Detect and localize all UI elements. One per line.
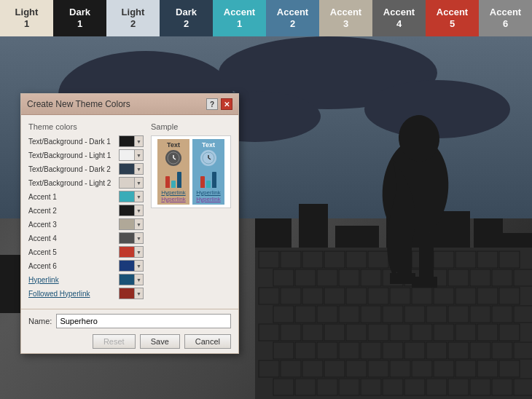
theme-colors-section: Theme colors Text/Background - Dark 1▼Te… <box>28 122 144 301</box>
followed-hyperlink-1[interactable]: Hyperlink <box>160 196 187 202</box>
swatch-label1: Dark <box>69 7 90 18</box>
hyperlink-2[interactable]: Hyperlink <box>195 189 222 196</box>
color-row-label-2: Text/Background - Dark 2 <box>28 165 116 173</box>
color-swatch-dark2[interactable]: Dark2 <box>160 0 213 36</box>
dropdown-arrow-7[interactable]: ▼ <box>134 233 143 243</box>
color-rows-container: Text/Background - Dark 1▼Text/Background… <box>28 135 144 299</box>
swatch-label1: Accent <box>383 7 415 18</box>
dropdown-arrow-8[interactable]: ▼ <box>134 247 143 257</box>
help-button[interactable]: ? <box>206 98 218 110</box>
color-row-0: Text/Background - Dark 1▼ <box>28 135 144 147</box>
cancel-button[interactable]: Cancel <box>184 334 231 349</box>
color-row-label-10: Hyperlink <box>28 276 116 284</box>
color-swatch-accent3[interactable]: Accent3 <box>319 0 372 36</box>
color-swatch-preview-0 <box>120 136 134 146</box>
color-swatch-accent2[interactable]: Accent2 <box>266 0 319 36</box>
swatch-label1: Accent <box>490 7 521 18</box>
color-picker-0[interactable]: ▼ <box>119 135 144 147</box>
sample-chart-1 <box>160 167 187 188</box>
color-swatch-accent6[interactable]: Accent6 <box>479 0 532 36</box>
swatch-label1: Light <box>15 7 39 18</box>
sample-cards: Text <box>154 139 227 205</box>
color-row-label-4: Accent 1 <box>28 193 116 201</box>
save-button[interactable]: Save <box>140 334 180 349</box>
swatch-label2: 5 <box>450 18 455 30</box>
button-row: Reset Save Cancel <box>28 334 231 349</box>
close-button[interactable]: ✕ <box>221 98 232 110</box>
dialog-footer: Name: Reset Save Cancel <box>21 309 238 353</box>
color-row-11: Followed Hyperlink▼ <box>28 288 144 299</box>
color-row-9: Accent 6▼ <box>28 260 144 272</box>
sample-card-2: Text <box>192 139 224 205</box>
dropdown-arrow-2[interactable]: ▼ <box>134 164 143 174</box>
color-row-10: Hyperlink▼ <box>28 274 144 285</box>
color-row-1: Text/Background - Light 1▼ <box>28 149 144 161</box>
color-row-link-11[interactable]: Followed Hyperlink <box>28 290 90 298</box>
sample-label: Sample <box>151 122 231 131</box>
swatch-label2: 1 <box>77 18 82 30</box>
swatch-label2: 4 <box>396 18 402 30</box>
dropdown-arrow-1[interactable]: ▼ <box>134 150 143 160</box>
color-picker-10[interactable]: ▼ <box>119 274 144 285</box>
color-swatch-dark1[interactable]: Dark1 <box>53 0 106 36</box>
name-label: Name: <box>28 317 52 325</box>
reset-button[interactable]: Reset <box>93 334 136 349</box>
name-input[interactable] <box>56 314 231 328</box>
color-row-label-0: Text/Background - Dark 1 <box>28 138 116 146</box>
followed-hyperlink-2[interactable]: Hyperlink <box>195 196 222 202</box>
swatch-label2: 1 <box>237 18 242 30</box>
dropdown-arrow-3[interactable]: ▼ <box>134 178 143 188</box>
swatch-label2: 2 <box>290 18 295 30</box>
dropdown-arrow-9[interactable]: ▼ <box>134 261 143 271</box>
dropdown-arrow-6[interactable]: ▼ <box>134 219 143 229</box>
color-swatch-preview-10 <box>120 274 134 285</box>
create-theme-dialog: Create New Theme Colors ? ✕ Theme colors… <box>20 93 239 354</box>
color-picker-11[interactable]: ▼ <box>119 288 144 299</box>
swatch-label2: 2 <box>130 18 136 30</box>
color-row-2: Text/Background - Dark 2▼ <box>28 163 144 175</box>
color-swatch-preview-9 <box>120 261 134 271</box>
color-row-label-3: Text/Background - Light 2 <box>28 179 116 187</box>
color-swatch-preview-11 <box>120 288 134 299</box>
color-swatch-preview-5 <box>120 205 134 216</box>
theme-colors-label: Theme colors <box>28 122 144 131</box>
color-row-8: Accent 5▼ <box>28 246 144 258</box>
color-picker-4[interactable]: ▼ <box>119 191 144 202</box>
dropdown-arrow-4[interactable]: ▼ <box>134 191 143 202</box>
dropdown-arrow-5[interactable]: ▼ <box>134 205 143 216</box>
sample-chart-2 <box>195 167 222 188</box>
dropdown-arrow-10[interactable]: ▼ <box>134 274 143 285</box>
color-row-label-6: Accent 3 <box>28 221 116 229</box>
color-picker-9[interactable]: ▼ <box>119 260 144 272</box>
color-swatch-preview-4 <box>120 191 134 202</box>
dropdown-arrow-11[interactable]: ▼ <box>134 288 143 299</box>
swatch-label1: Light <box>122 7 145 18</box>
swatch-label2: 6 <box>503 18 508 30</box>
color-swatch-light2[interactable]: Light2 <box>106 0 160 36</box>
color-bar: Light1Dark1Light2Dark2Accent1Accent2Acce… <box>0 0 532 36</box>
color-swatch-preview-2 <box>120 164 134 174</box>
color-picker-5[interactable]: ▼ <box>119 205 144 216</box>
swatch-label2: 1 <box>24 18 29 30</box>
color-picker-1[interactable]: ▼ <box>119 149 144 161</box>
color-row-link-10[interactable]: Hyperlink <box>28 276 59 284</box>
color-picker-8[interactable]: ▼ <box>119 246 144 258</box>
dialog-titlebar: Create New Theme Colors ? ✕ <box>21 94 238 115</box>
swatch-label1: Accent <box>277 7 308 18</box>
color-swatch-preview-7 <box>120 233 134 243</box>
color-swatch-accent1[interactable]: Accent1 <box>213 0 266 36</box>
color-row-label-9: Accent 6 <box>28 262 116 270</box>
color-picker-2[interactable]: ▼ <box>119 163 144 175</box>
clock-icon-dark <box>165 150 181 166</box>
hyperlink-1[interactable]: Hyperlink <box>160 189 187 196</box>
color-picker-7[interactable]: ▼ <box>119 232 144 244</box>
color-swatch-light1[interactable]: Light1 <box>0 0 53 36</box>
swatch-label1: Accent <box>224 7 255 18</box>
color-picker-3[interactable]: ▼ <box>119 177 144 189</box>
color-swatch-accent5[interactable]: Accent5 <box>426 0 479 36</box>
color-swatch-accent4[interactable]: Accent4 <box>372 0 426 36</box>
color-picker-6[interactable]: ▼ <box>119 218 144 230</box>
sample-card-2-title: Text <box>195 141 222 149</box>
dropdown-arrow-0[interactable]: ▼ <box>134 136 143 146</box>
color-swatch-preview-6 <box>120 219 134 229</box>
